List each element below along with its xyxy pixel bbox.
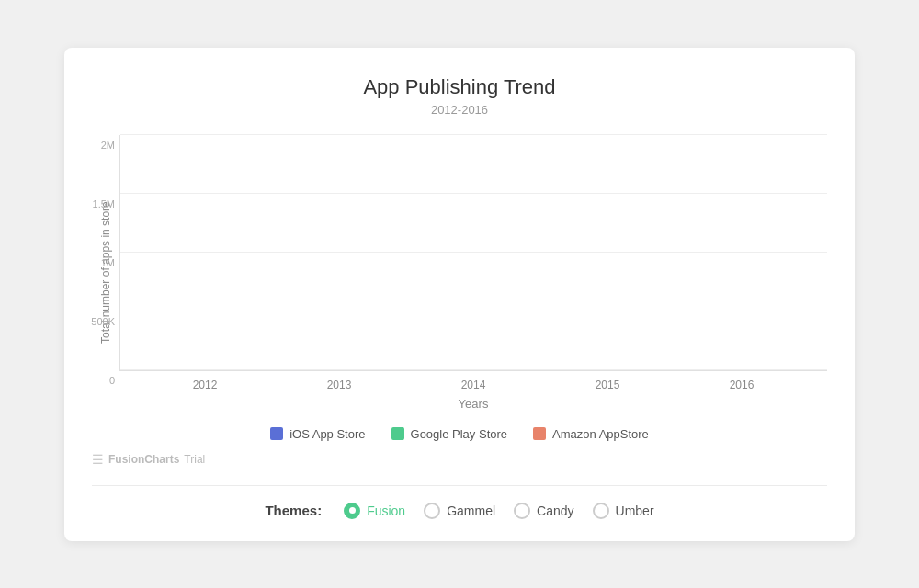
fusioncharts-icon: ☰ [92,452,104,467]
y-tick-0: 0 [109,375,115,386]
legend-item-ios-app-store: iOS App Store [270,427,365,441]
x-axis-labels: 20122013201420152016 [119,379,827,391]
watermark: ☰ FusionCharts Trial [92,452,827,467]
x-tick-2013: 2013 [301,379,379,391]
themes-section: Themes: FusionGammelCandyUmber [92,485,827,519]
x-tick-2014: 2014 [435,379,513,391]
themes-label: Themes: [265,503,322,518]
theme-radio-candy[interactable] [514,503,530,519]
grid-and-bars: 2M 1.5M 1M 500K 0 [119,135,827,371]
chart-title: App Publishing Trend [92,75,827,99]
x-tick-2016: 2016 [703,379,781,391]
y-tick-1m: 1M [101,257,115,268]
legend-label-google-play-store: Google Play Store [411,427,508,441]
y-tick-500k: 500K [91,316,115,327]
theme-label-umber: Umber [616,503,654,518]
y-tick-1-5m: 1.5M [93,198,115,209]
chart-inner: 2M 1.5M 1M 500K 0 [119,135,827,411]
theme-radio-fusion[interactable] [344,503,360,519]
legend-item-amazon-appstore: Amazon AppStore [533,427,649,441]
theme-options: FusionGammelCandyUmber [344,503,653,519]
chart-area: Total number of apps in store 2M 1.5M 1M… [92,135,827,411]
watermark-tier: Trial [184,453,205,466]
x-tick-2015: 2015 [569,379,647,391]
legend-swatch-google-play-store [391,427,404,440]
y-axis-label: Total number of apps in store [92,135,119,411]
theme-radio-gammel[interactable] [424,503,440,519]
bars-container [120,135,827,370]
theme-option-umber[interactable]: Umber [593,503,654,519]
legend-label-ios-app-store: iOS App Store [289,427,365,441]
legend-swatch-amazon-appstore [533,427,546,440]
theme-label-candy: Candy [537,503,573,518]
theme-option-candy[interactable]: Candy [514,503,573,519]
legend-swatch-ios-app-store [270,427,283,440]
theme-option-fusion[interactable]: Fusion [344,503,405,519]
chart-subtitle: 2012-2016 [92,103,827,117]
legend-item-google-play-store: Google Play Store [391,427,508,441]
theme-option-gammel[interactable]: Gammel [424,503,495,519]
theme-label-fusion: Fusion [367,503,405,518]
theme-label-gammel: Gammel [447,503,495,518]
watermark-brand: FusionCharts [108,453,179,466]
legend: iOS App StoreGoogle Play StoreAmazon App… [92,427,827,441]
legend-label-amazon-appstore: Amazon AppStore [552,427,649,441]
chart-card: App Publishing Trend 2012-2016 Total num… [64,48,855,541]
theme-radio-umber[interactable] [593,503,609,519]
x-tick-2012: 2012 [166,379,244,391]
x-axis-title: Years [119,397,827,411]
y-tick-2m: 2M [101,140,115,151]
